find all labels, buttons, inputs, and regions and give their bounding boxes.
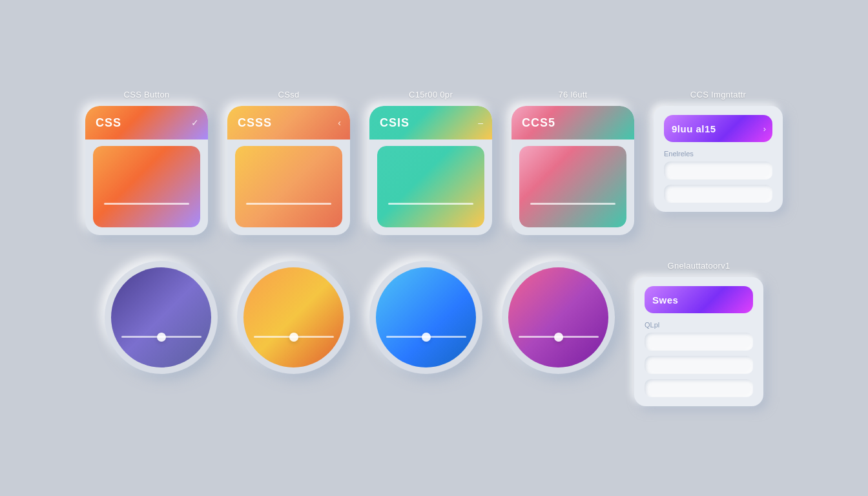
card-header-1: CSS ✓ xyxy=(85,106,208,140)
card-body-3 xyxy=(377,146,484,227)
card-header-text-2: CSSS xyxy=(238,116,272,130)
card-line-4 xyxy=(530,203,616,205)
card-line-2 xyxy=(246,203,332,205)
card-body-1 xyxy=(93,146,200,227)
panel-header-text-top: 9luu al15 xyxy=(672,123,716,134)
panel-header-icon-top: › xyxy=(763,124,766,134)
top-row: CSS Button CSS ✓ CSsd CSSS ‹ xyxy=(39,90,829,235)
card-column-3: C15r00 0pr CSIS – xyxy=(369,90,492,235)
panel-sub-label-bottom: QLpl xyxy=(645,321,753,329)
panel-header-bottom: Swes xyxy=(645,286,753,313)
card-header-3: CSIS – xyxy=(369,106,492,140)
col-label-bottom-5: Gnelauttatoorv1 xyxy=(667,261,730,271)
card-line-3 xyxy=(388,203,474,205)
card-gradient-1 xyxy=(93,146,200,227)
panel-sub-label-top: Enelreles xyxy=(664,150,772,158)
panel-card-bottom[interactable]: Swes QLpl xyxy=(634,277,763,406)
card-header-text-1: CSS xyxy=(96,116,121,130)
card-header-4: CCS5 xyxy=(512,106,634,140)
circle-card-3[interactable] xyxy=(369,261,482,374)
card-gradient-3 xyxy=(377,146,484,227)
col-label-5: CCS Imgntattr xyxy=(690,90,746,99)
circle-knob-3 xyxy=(422,333,431,342)
panel-field-1[interactable] xyxy=(664,161,772,180)
panel-field-3[interactable] xyxy=(645,333,753,351)
card-header-text-3: CSIS xyxy=(380,116,409,130)
card-body-2 xyxy=(235,146,342,227)
card-body-4 xyxy=(519,146,626,227)
card-header-2: CSSS ‹ xyxy=(227,106,350,140)
sq-card-1[interactable]: CSS ✓ xyxy=(85,106,208,235)
circle-card-4[interactable] xyxy=(502,261,615,374)
circle-gradient-4 xyxy=(508,267,608,367)
circle-gradient-3 xyxy=(376,267,476,367)
circle-gradient-1 xyxy=(111,267,211,367)
col-label-4: 76 l6utt xyxy=(558,90,587,99)
col-label-2: CSsd xyxy=(278,90,300,99)
card-header-icon-1: ✓ xyxy=(191,118,199,128)
card-header-icon-3: – xyxy=(478,118,483,128)
panel-header-text-bottom: Swes xyxy=(652,294,678,305)
circle-card-1[interactable] xyxy=(105,261,218,374)
circle-knob-2 xyxy=(289,333,298,342)
card-gradient-2 xyxy=(235,146,342,227)
circle-column-4 xyxy=(502,261,615,374)
panel-card-top[interactable]: 9luu al15 › Enelreles xyxy=(654,106,783,212)
circle-knob-1 xyxy=(157,333,166,342)
card-column-2: CSsd CSSS ‹ xyxy=(227,90,350,235)
circle-card-2[interactable] xyxy=(237,261,350,374)
panel-field-5[interactable] xyxy=(645,379,753,397)
sq-card-3[interactable]: CSIS – xyxy=(369,106,492,235)
card-header-text-4: CCS5 xyxy=(522,116,555,130)
circle-column-2 xyxy=(237,261,350,374)
circle-knob-4 xyxy=(554,333,563,342)
col-label-3: C15r00 0pr xyxy=(409,90,453,99)
bottom-row: Gnelauttatoorv1 Swes QLpl xyxy=(39,261,829,406)
card-gradient-4 xyxy=(519,146,626,227)
panel-header-top: 9luu al15 › xyxy=(664,115,772,142)
card-column-1: CSS Button CSS ✓ xyxy=(85,90,208,235)
panel-field-4[interactable] xyxy=(645,356,753,374)
circle-column-3 xyxy=(369,261,482,374)
sq-card-2[interactable]: CSSS ‹ xyxy=(227,106,350,235)
sq-card-4[interactable]: CCS5 xyxy=(512,106,634,235)
card-column-5: CCS Imgntattr 9luu al15 › Enelreles xyxy=(654,90,783,212)
circle-column-1 xyxy=(105,261,218,374)
card-header-icon-2: ‹ xyxy=(338,118,341,128)
card-column-4: 76 l6utt CCS5 xyxy=(512,90,634,235)
main-container: CSS Button CSS ✓ CSsd CSSS ‹ xyxy=(0,64,868,432)
circle-gradient-2 xyxy=(243,267,344,367)
col-label-1: CSS Button xyxy=(124,90,170,99)
card-line-1 xyxy=(104,203,190,205)
circle-column-5: Gnelauttatoorv1 Swes QLpl xyxy=(634,261,763,406)
panel-field-2[interactable] xyxy=(664,185,772,203)
